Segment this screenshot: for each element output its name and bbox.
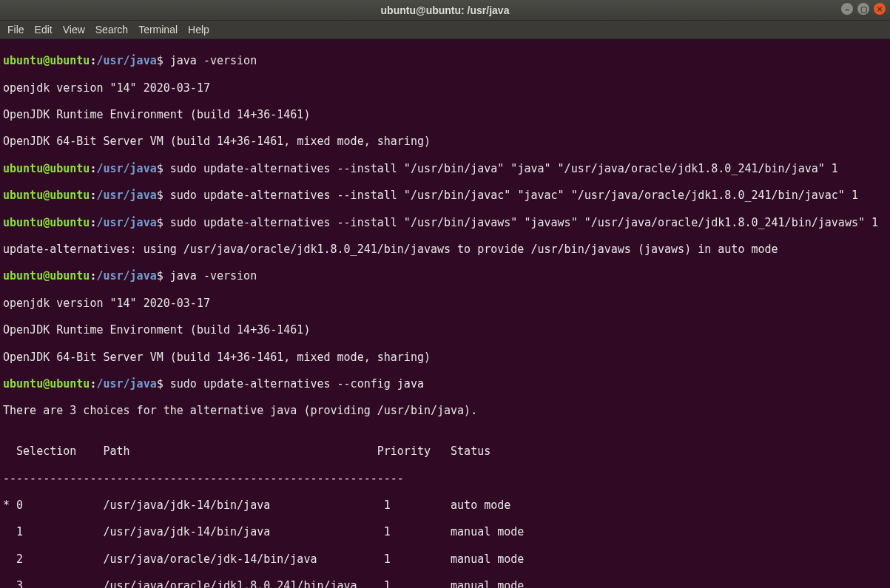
window-controls: ‒ ▢ ✕	[841, 3, 886, 15]
window-title: ubuntu@ubuntu: /usr/java	[381, 4, 510, 16]
terminal-line: ubuntu@ubuntu:/usr/java$ sudo update-alt…	[3, 216, 887, 229]
menu-terminal[interactable]: Terminal	[138, 24, 178, 36]
prompt-path: /usr/java	[96, 377, 156, 391]
prompt-user: ubuntu@ubuntu	[3, 377, 90, 391]
command-text: sudo update-alternatives --install "/usr…	[163, 189, 858, 202]
terminal-line: * 0 /usr/java/jdk-14/bin/java 1 auto mod…	[3, 499, 887, 512]
command-text: sudo update-alternatives --install "/usr…	[163, 162, 838, 175]
menu-search[interactable]: Search	[95, 24, 128, 36]
prompt-dollar: $	[157, 189, 163, 202]
terminal-line: update-alternatives: using /usr/java/ora…	[3, 243, 887, 256]
terminal-line: ubuntu@ubuntu:/usr/java$ java -version	[3, 269, 887, 283]
prompt-path: /usr/java	[96, 189, 156, 202]
menu-file[interactable]: File	[7, 24, 24, 36]
terminal-line: OpenJDK Runtime Environment (build 14+36…	[3, 323, 887, 337]
prompt-user: ubuntu@ubuntu	[3, 162, 90, 175]
prompt-dollar: $	[157, 162, 163, 175]
terminal-line: 3 /usr/java/oracle/jdk1.8.0_241/bin/java…	[3, 579, 887, 588]
terminal-line: ubuntu@ubuntu:/usr/java$ sudo update-alt…	[3, 189, 887, 202]
prompt-dollar: $	[157, 54, 163, 67]
terminal-line: Selection Path Priority Status	[3, 445, 887, 458]
prompt-path: /usr/java	[96, 216, 156, 229]
terminal-line: There are 3 choices for the alternative …	[3, 404, 887, 417]
close-button[interactable]: ✕	[874, 3, 886, 15]
prompt-user: ubuntu@ubuntu	[3, 189, 90, 202]
prompt-path: /usr/java	[96, 162, 156, 175]
prompt-path: /usr/java	[96, 269, 156, 283]
terminal-line: OpenJDK 64-Bit Server VM (build 14+36-14…	[3, 135, 887, 148]
prompt-dollar: $	[157, 269, 163, 283]
menu-view[interactable]: View	[63, 24, 85, 36]
prompt-path: /usr/java	[96, 54, 156, 67]
titlebar: ubuntu@ubuntu: /usr/java ‒ ▢ ✕	[0, 0, 890, 21]
terminal-line: ----------------------------------------…	[3, 472, 887, 485]
terminal-line: openjdk version "14" 2020-03-17	[3, 81, 887, 95]
command-text: java -version	[163, 54, 257, 67]
command-text: sudo update-alternatives --install "/usr…	[163, 216, 878, 229]
prompt-dollar: $	[157, 377, 163, 391]
terminal-line: ubuntu@ubuntu:/usr/java$ sudo update-alt…	[3, 162, 887, 175]
terminal-line: openjdk version "14" 2020-03-17	[3, 297, 887, 310]
menu-help[interactable]: Help	[188, 24, 209, 36]
menu-edit[interactable]: Edit	[35, 24, 53, 36]
prompt-user: ubuntu@ubuntu	[3, 54, 90, 67]
prompt-user: ubuntu@ubuntu	[3, 269, 90, 283]
prompt-dollar: $	[157, 216, 163, 229]
terminal-line: OpenJDK Runtime Environment (build 14+36…	[3, 108, 887, 121]
terminal-line: ubuntu@ubuntu:/usr/java$ java -version	[3, 54, 887, 67]
terminal-area[interactable]: ubuntu@ubuntu:/usr/java$ java -version o…	[0, 39, 890, 588]
menu-bar: File Edit View Search Terminal Help	[0, 21, 890, 39]
terminal-line: 1 /usr/java/jdk-14/bin/java 1 manual mod…	[3, 525, 887, 538]
terminal-line: OpenJDK 64-Bit Server VM (build 14+36-14…	[3, 351, 887, 364]
command-text: sudo update-alternatives --config java	[163, 377, 424, 391]
maximize-button[interactable]: ▢	[857, 3, 869, 15]
command-text: java -version	[163, 269, 257, 283]
prompt-user: ubuntu@ubuntu	[3, 216, 90, 229]
minimize-button[interactable]: ‒	[841, 3, 853, 15]
terminal-line: ubuntu@ubuntu:/usr/java$ sudo update-alt…	[3, 377, 887, 391]
terminal-line: 2 /usr/java/oracle/jdk-14/bin/java 1 man…	[3, 552, 887, 566]
